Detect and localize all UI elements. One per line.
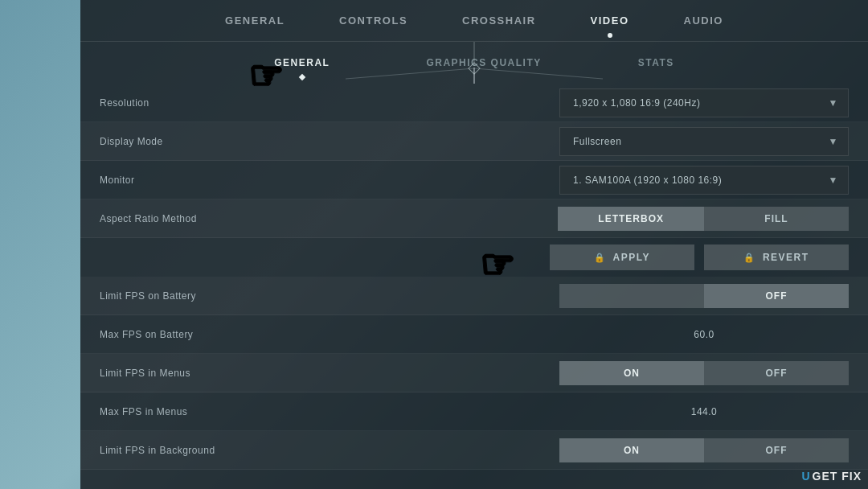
aspect-ratio-label: Aspect Ratio Method: [100, 213, 276, 224]
monitor-dropdown-arrow: ▼: [829, 175, 838, 186]
limit-fps-background-control: On Off: [559, 438, 849, 462]
max-fps-battery-label: Max FPS on Battery: [100, 329, 276, 340]
max-fps-menus-label: Max FPS in Menus: [100, 406, 276, 417]
resolution-value: 1,920 x 1,080 16:9 (240Hz): [573, 97, 700, 109]
display-mode-control: Fullscreen ▼: [559, 127, 849, 156]
tab-crosshair[interactable]: CROSSHAIR: [459, 14, 539, 27]
revert-label: REVERT: [763, 252, 809, 263]
tab-controls[interactable]: CONTROLS: [336, 14, 411, 27]
top-nav: GENERAL CONTROLS CROSSHAIR VIDEO AUDIO: [80, 0, 868, 42]
max-fps-menus-value: 144.0: [559, 406, 849, 417]
watermark-suffix: GET FIX: [813, 470, 862, 483]
monitor-control: 1. SAM100A (1920 x 1080 16:9) ▼: [559, 166, 849, 195]
watermark-u: U: [801, 470, 810, 483]
max-fps-battery-control: 60.0: [559, 329, 849, 340]
limit-fps-background-off-btn[interactable]: Off: [704, 438, 849, 462]
limit-fps-background-row: Limit FPS in Background On Off: [80, 431, 868, 470]
watermark: U GET FIX: [801, 470, 862, 483]
settings-content: Resolution 1,920 x 1,080 16:9 (240Hz) ▼ …: [80, 84, 868, 470]
limit-fps-menus-row: Limit FPS in Menus On Off: [80, 354, 868, 392]
limit-fps-background-label: Limit FPS in Background: [100, 445, 276, 456]
revert-button[interactable]: 🔒 REVERT: [704, 244, 849, 270]
subtab-general[interactable]: GENERAL: [274, 57, 330, 68]
display-mode-label: Display Mode: [100, 136, 276, 147]
tab-audio[interactable]: AUDIO: [681, 14, 727, 27]
limit-fps-menus-control: On Off: [559, 361, 849, 385]
limit-fps-battery-row: Limit FPS on Battery Off: [80, 277, 868, 315]
aspect-ratio-control: Letterbox Fill: [558, 207, 849, 231]
display-mode-dropdown[interactable]: Fullscreen ▼: [559, 127, 849, 156]
limit-fps-battery-off-btn[interactable]: Off: [704, 284, 849, 308]
revert-lock-icon: 🔒: [743, 253, 756, 263]
max-fps-menus-row: Max FPS in Menus 144.0: [80, 392, 868, 431]
resolution-label: Resolution: [100, 97, 276, 109]
limit-fps-menus-toggle: On Off: [559, 361, 849, 385]
aspect-ratio-letterbox-btn[interactable]: Letterbox: [558, 207, 704, 231]
limit-fps-battery-toggle: Off: [559, 284, 849, 308]
aspect-ratio-toggle-group: Letterbox Fill: [558, 207, 849, 231]
svg-line-2: [346, 68, 474, 79]
apply-revert-row: 🔒 APPLY 🔒 REVERT: [80, 238, 868, 277]
apply-button[interactable]: 🔒 APPLY: [550, 244, 694, 270]
sub-nav: GENERAL GRAPHICS QUALITY STATS: [80, 42, 868, 84]
aspect-ratio-fill-btn[interactable]: Fill: [704, 207, 849, 231]
svg-line-3: [474, 68, 603, 79]
display-mode-dropdown-arrow: ▼: [829, 136, 838, 147]
max-fps-battery-value: 60.0: [559, 329, 849, 340]
limit-fps-menus-label: Limit FPS in Menus: [100, 368, 276, 379]
resolution-control: 1,920 x 1,080 16:9 (240Hz) ▼: [559, 88, 849, 117]
limit-fps-battery-label: Limit FPS on Battery: [100, 290, 276, 302]
display-mode-value: Fullscreen: [573, 136, 621, 147]
monitor-label: Monitor: [100, 175, 276, 186]
limit-fps-background-toggle: On Off: [559, 438, 849, 462]
max-fps-menus-control: 144.0: [559, 406, 849, 417]
limit-fps-battery-on-btn[interactable]: [559, 284, 704, 308]
subtab-stats[interactable]: STATS: [638, 57, 674, 68]
display-mode-row: Display Mode Fullscreen ▼: [80, 122, 868, 161]
main-panel: GENERAL CONTROLS CROSSHAIR VIDEO AUDIO G…: [80, 0, 868, 489]
tab-general[interactable]: GENERAL: [222, 14, 288, 27]
resolution-dropdown[interactable]: 1,920 x 1,080 16:9 (240Hz) ▼: [559, 88, 849, 117]
resolution-row: Resolution 1,920 x 1,080 16:9 (240Hz) ▼: [80, 84, 868, 122]
resolution-dropdown-arrow: ▼: [829, 97, 838, 109]
limit-fps-menus-on-btn[interactable]: On: [559, 361, 704, 385]
limit-fps-battery-control: Off: [559, 284, 849, 308]
tab-video[interactable]: VIDEO: [588, 14, 633, 27]
apply-label: APPLY: [613, 252, 650, 263]
limit-fps-menus-off-btn[interactable]: Off: [704, 361, 849, 385]
limit-fps-background-on-btn[interactable]: On: [559, 438, 704, 462]
subtab-graphics-quality[interactable]: GRAPHICS QUALITY: [426, 57, 541, 68]
monitor-dropdown[interactable]: 1. SAM100A (1920 x 1080 16:9) ▼: [559, 166, 849, 195]
apply-lock-icon: 🔒: [594, 253, 607, 263]
max-fps-battery-row: Max FPS on Battery 60.0: [80, 315, 868, 354]
monitor-value: 1. SAM100A (1920 x 1080 16:9): [573, 175, 722, 186]
aspect-ratio-row: Aspect Ratio Method Letterbox Fill: [80, 199, 868, 238]
monitor-row: Monitor 1. SAM100A (1920 x 1080 16:9) ▼: [80, 161, 868, 199]
